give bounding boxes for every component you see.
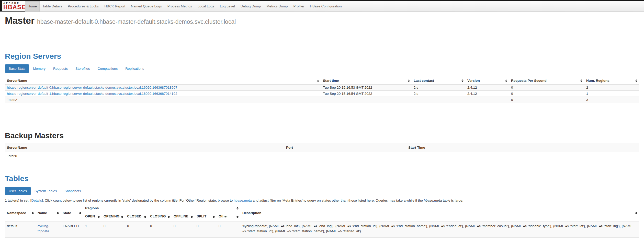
- tab-base-stats[interactable]: Base Stats: [5, 64, 29, 73]
- open-count[interactable]: 1: [83, 222, 101, 238]
- nav-local-logs[interactable]: Local Logs: [195, 1, 217, 11]
- tab-replications[interactable]: Replications: [121, 64, 148, 73]
- col-version[interactable]: Version: [465, 77, 509, 84]
- col-name[interactable]: Name: [36, 204, 61, 222]
- sort-icon[interactable]: [121, 216, 123, 218]
- col-requests-per-second[interactable]: Requests Per Second: [509, 77, 584, 84]
- hbase-logo[interactable]: APACHE HBASE: [0, 1, 25, 11]
- tab-snapshots[interactable]: Snapshots: [61, 187, 85, 195]
- sort-icon[interactable]: [191, 216, 193, 218]
- regionserver-row: hbase-regionserver-default-0.hbase-regio…: [5, 84, 639, 91]
- nav-metrics-dump[interactable]: Metrics Dump: [264, 1, 290, 11]
- sort-icon[interactable]: [236, 216, 239, 218]
- nav-log-level[interactable]: Log Level: [217, 1, 238, 11]
- nav-procedures-locks[interactable]: Procedures & Locks: [65, 1, 101, 11]
- col-opening[interactable]: OPENING: [101, 212, 125, 222]
- col-backup-start-time: Start Time: [406, 143, 639, 152]
- nav-table-details[interactable]: Table Details: [40, 1, 65, 11]
- col-open[interactable]: OPEN: [83, 212, 101, 222]
- tab-storefiles[interactable]: Storefiles: [72, 64, 94, 73]
- col-description[interactable]: Description: [240, 204, 639, 222]
- col-closing[interactable]: CLOSING: [148, 212, 172, 222]
- sort-icon[interactable]: [635, 212, 637, 214]
- nav-process-metrics[interactable]: Process Metrics: [165, 1, 195, 11]
- last-contact-cell: 2 s: [412, 84, 465, 91]
- col-last-contact[interactable]: Last contact: [412, 77, 465, 84]
- total-label: Total:2: [5, 97, 321, 103]
- sort-icon[interactable]: [57, 212, 59, 214]
- hbase-meta-link[interactable]: hbase:meta: [234, 199, 252, 202]
- top-navbar: APACHE HBASE Home Table Details Procedur…: [0, 0, 644, 12]
- total-rps: 0: [509, 97, 584, 103]
- sort-icon[interactable]: [32, 212, 34, 214]
- region-servers-table: ServerName Start time Last contact Versi…: [5, 77, 639, 103]
- num-regions-cell: 2: [584, 84, 639, 91]
- total-label: Total:0: [5, 152, 284, 160]
- version-cell: 2.4.12: [465, 91, 509, 97]
- sort-icon[interactable]: [461, 79, 464, 82]
- start-time-cell: Tue Sep 20 15:16:54 GMT 2022: [321, 91, 412, 97]
- total-row: Total:2 0 3: [5, 97, 639, 103]
- nav-hbase-configuration[interactable]: HBase Configuration: [307, 1, 345, 11]
- offline-count[interactable]: 0: [172, 222, 195, 238]
- user-tables-header-row-1: Namespace Name State Regions Description: [5, 204, 639, 212]
- col-servername[interactable]: ServerName: [5, 77, 321, 84]
- sort-icon[interactable]: [505, 79, 507, 82]
- opening-count[interactable]: 0: [101, 222, 125, 238]
- sort-icon[interactable]: [213, 216, 215, 218]
- rps-cell: 0: [509, 91, 584, 97]
- sort-icon[interactable]: [144, 216, 146, 218]
- regionserver-link[interactable]: hbase-regionserver-default-1.hbase-regio…: [7, 92, 177, 96]
- nav-named-queue-logs[interactable]: Named Queue Logs: [128, 1, 165, 11]
- nav-debug-dump[interactable]: Debug Dump: [238, 1, 264, 11]
- split-count[interactable]: 0: [195, 222, 217, 238]
- regionserver-link[interactable]: hbase-regionserver-default-0.hbase-regio…: [7, 86, 177, 89]
- backup-masters-heading: Backup Masters: [5, 131, 639, 140]
- sort-icon[interactable]: [580, 79, 582, 82]
- nav-hbck-report[interactable]: HBCK Report: [101, 1, 128, 11]
- sort-icon[interactable]: [79, 212, 81, 214]
- closing-count[interactable]: 0: [148, 222, 172, 238]
- region-servers-header-row: ServerName Start time Last contact Versi…: [5, 77, 639, 84]
- table-link[interactable]: cycling-tripdata: [38, 224, 49, 233]
- closed-count[interactable]: 0: [125, 222, 148, 238]
- col-namespace[interactable]: Namespace: [5, 204, 36, 222]
- col-num-regions[interactable]: Num. Regions: [584, 77, 639, 84]
- tab-user-tables[interactable]: User Tables: [5, 187, 31, 195]
- col-split[interactable]: SPLIT: [195, 212, 217, 222]
- rps-cell: 0: [509, 84, 584, 91]
- tables-heading: Tables: [5, 174, 639, 183]
- col-other[interactable]: Other: [217, 212, 240, 222]
- tab-system-tables[interactable]: System Tables: [31, 187, 61, 195]
- num-regions-cell: 1: [584, 91, 639, 97]
- regionserver-row: hbase-regionserver-default-1.hbase-regio…: [5, 91, 639, 97]
- tab-memory[interactable]: Memory: [29, 64, 49, 73]
- col-state[interactable]: State: [61, 204, 83, 222]
- col-offline[interactable]: OFFLINE: [172, 212, 195, 222]
- user-table-row: default cycling-tripdata ENABLED 1 0 0 0…: [5, 222, 639, 238]
- version-cell: 2.4.12: [465, 84, 509, 91]
- sort-icon[interactable]: [635, 79, 637, 82]
- tab-compactions[interactable]: Compactions: [94, 64, 121, 73]
- nav-home[interactable]: Home: [25, 1, 40, 11]
- total-row: Total:0: [5, 152, 639, 160]
- master-host: hbase-master-default-0.hbase-master-defa…: [37, 18, 236, 25]
- col-closed[interactable]: CLOSED: [125, 212, 148, 222]
- tables-note: 1 table(s) in set. [Details]. Click coun…: [5, 198, 639, 203]
- tables-tabs: User Tables System Tables Snapshots: [5, 187, 639, 195]
- col-start-time[interactable]: Start time: [321, 77, 412, 84]
- description-cell: 'cycling-tripdata', {NAME => 'end_lat'},…: [240, 222, 639, 238]
- sort-icon[interactable]: [236, 207, 239, 210]
- sort-icon[interactable]: [98, 216, 100, 218]
- backup-masters-table: ServerName Port Start Time Total:0: [5, 143, 639, 160]
- sort-icon[interactable]: [168, 216, 170, 218]
- total-num-regions: 3: [584, 97, 639, 103]
- sort-icon[interactable]: [317, 79, 319, 82]
- sort-icon[interactable]: [408, 79, 410, 82]
- hbase-meta-italic: hbase:meta: [424, 199, 442, 202]
- other-count[interactable]: 0: [217, 222, 240, 238]
- tab-requests[interactable]: Requests: [49, 64, 72, 73]
- nav-profiler[interactable]: Profiler: [290, 1, 307, 11]
- details-link[interactable]: Details: [31, 199, 42, 202]
- col-regions-group[interactable]: Regions: [83, 204, 240, 212]
